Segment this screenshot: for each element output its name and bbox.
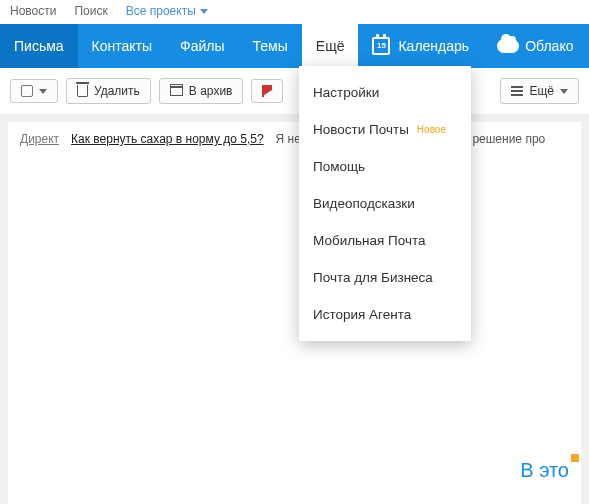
topbar-news-link[interactable]: Новости xyxy=(10,4,56,18)
dropdown-mail-news[interactable]: Новости Почты Новое xyxy=(299,111,471,148)
content-area: Директ Как вернуть сахар в норму до 5,5?… xyxy=(0,114,589,504)
nav-calendar-label: Календарь xyxy=(398,38,469,54)
checkbox-icon xyxy=(21,85,33,97)
more-label: Ещё xyxy=(529,84,554,98)
main-nav: Письма Контакты Файлы Темы Ещё 15 Календ… xyxy=(0,24,589,68)
select-all-button[interactable] xyxy=(10,79,58,103)
nav-mail[interactable]: Письма xyxy=(0,24,78,68)
more-options-button[interactable]: Ещё xyxy=(500,78,579,104)
more-dropdown: Настройки Новости Почты Новое Помощь Вид… xyxy=(299,66,471,341)
promo-direkt-link[interactable]: Директ xyxy=(20,132,59,146)
topbar-search-link[interactable]: Поиск xyxy=(74,4,107,18)
caret-down-icon xyxy=(39,89,47,94)
topbar-projects-label: Все проекты xyxy=(126,4,196,18)
calendar-icon: 15 xyxy=(372,37,390,55)
flag-button[interactable] xyxy=(251,79,283,103)
nav-files[interactable]: Файлы xyxy=(166,24,238,68)
toolbar: Удалить В архив Ещё xyxy=(0,68,589,114)
dropdown-agent-history[interactable]: История Агента xyxy=(299,296,471,333)
top-bar: Новости Поиск Все проекты xyxy=(0,0,589,24)
dropdown-help[interactable]: Помощь xyxy=(299,148,471,185)
new-badge: Новое xyxy=(417,124,446,135)
message-card: Директ Как вернуть сахар в норму до 5,5?… xyxy=(8,122,581,504)
cloud-icon xyxy=(497,39,519,53)
archive-icon xyxy=(170,86,183,96)
nav-calendar[interactable]: 15 Календарь xyxy=(358,24,483,68)
dropdown-settings[interactable]: Настройки xyxy=(299,74,471,111)
trash-icon xyxy=(77,85,88,97)
dropdown-mail-news-label: Новости Почты xyxy=(313,122,409,137)
dropdown-videotips[interactable]: Видеоподсказки xyxy=(299,185,471,222)
nav-themes[interactable]: Темы xyxy=(239,24,302,68)
promo-line: Директ Как вернуть сахар в норму до 5,5?… xyxy=(20,132,569,146)
promo-lead-text: Я не xyxy=(276,132,301,146)
footer-text: В это xyxy=(520,459,569,482)
calendar-day: 15 xyxy=(377,42,386,50)
notification-indicator xyxy=(571,454,579,462)
nav-cloud-label: Облако xyxy=(525,38,573,54)
promo-question-link[interactable]: Как вернуть сахар в норму до 5,5? xyxy=(71,132,264,146)
archive-label: В архив xyxy=(189,84,233,98)
nav-contacts[interactable]: Контакты xyxy=(78,24,166,68)
nav-more[interactable]: Ещё xyxy=(302,24,359,68)
topbar-projects-dropdown[interactable]: Все проекты xyxy=(126,4,208,18)
flag-icon xyxy=(262,85,272,97)
dropdown-mobile-mail[interactable]: Мобильная Почта xyxy=(299,222,471,259)
nav-cloud[interactable]: Облако xyxy=(483,24,587,68)
dropdown-business-mail[interactable]: Почта для Бизнеса xyxy=(299,259,471,296)
hamburger-icon xyxy=(511,86,523,96)
delete-button[interactable]: Удалить xyxy=(66,78,151,104)
caret-down-icon xyxy=(560,89,568,94)
caret-down-icon xyxy=(200,9,208,14)
delete-label: Удалить xyxy=(94,84,140,98)
archive-button[interactable]: В архив xyxy=(159,78,244,104)
